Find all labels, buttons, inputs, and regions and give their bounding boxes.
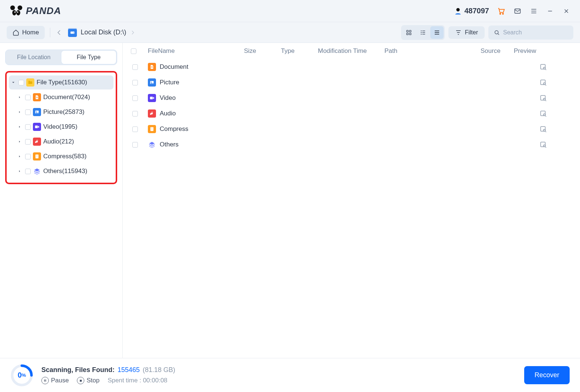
table-row[interactable]: Compress (123, 121, 580, 137)
tab-file-location[interactable]: File Location (6, 51, 61, 64)
aud-icon (33, 138, 41, 146)
svg-point-1 (18, 5, 23, 10)
col-source[interactable]: Source (481, 47, 514, 55)
row-name: Video (160, 94, 176, 102)
checkbox[interactable] (25, 169, 31, 174)
checkbox[interactable] (25, 139, 31, 145)
menu-icon[interactable] (530, 7, 538, 15)
table-row[interactable]: Audio (123, 106, 580, 121)
svg-point-8 (502, 13, 503, 14)
titlebar: PANDA 487097 (0, 0, 580, 22)
pause-button[interactable]: Pause (41, 377, 69, 384)
doc-icon (33, 93, 41, 101)
stop-button[interactable]: Stop (77, 377, 99, 384)
table-row[interactable]: Document (123, 59, 580, 75)
tree-item-aud[interactable]: Audio(212) (16, 135, 113, 149)
svg-point-16 (495, 30, 498, 34)
table-row[interactable]: Video (123, 90, 580, 106)
comp-icon (33, 152, 41, 160)
tree-root[interactable]: File Type(151630) (9, 75, 113, 89)
svg-rect-37 (541, 111, 546, 116)
chevron-down-icon[interactable] (11, 80, 16, 85)
checkbox[interactable] (132, 95, 138, 101)
status-size: (81.18 GB) (143, 366, 175, 374)
table-row[interactable]: Others (123, 137, 580, 152)
tree-item-doc[interactable]: Document(7024) (16, 90, 113, 104)
svg-point-44 (543, 129, 545, 131)
divider (50, 28, 50, 37)
col-type[interactable]: Type (281, 47, 318, 55)
tree-item-pic[interactable]: Picture(25873) (16, 105, 113, 119)
preview-icon[interactable] (540, 141, 547, 148)
close-icon[interactable] (562, 7, 570, 15)
checkbox[interactable] (132, 80, 138, 85)
chevron-right-icon[interactable] (18, 125, 23, 129)
col-mtime[interactable]: Modification Time (318, 47, 384, 55)
status-count: 155465 (118, 366, 140, 374)
tree-item-label: Video(1995) (43, 123, 77, 131)
tree-item-label: Audio(212) (43, 138, 74, 145)
col-path[interactable]: Path (384, 47, 481, 55)
checkbox[interactable] (132, 142, 138, 148)
chevron-right-icon[interactable] (18, 169, 23, 173)
vid-icon (33, 123, 41, 131)
tree-item-vid[interactable]: Video(1995) (16, 120, 113, 134)
svg-rect-48 (44, 379, 45, 382)
svg-point-46 (543, 145, 545, 147)
preview-icon[interactable] (540, 63, 547, 71)
checkbox[interactable] (132, 64, 138, 70)
svg-rect-35 (541, 95, 546, 100)
checkbox[interactable] (132, 111, 138, 116)
tree-item-comp[interactable]: Compress(583) (16, 149, 113, 163)
minimize-icon[interactable] (546, 7, 554, 15)
view-details-button[interactable] (416, 26, 430, 39)
home-button[interactable]: Home (7, 26, 45, 39)
svg-rect-42 (152, 129, 152, 130)
chevron-right-icon[interactable] (18, 155, 23, 158)
preview-icon[interactable] (540, 79, 547, 86)
tab-file-type[interactable]: File Type (61, 51, 116, 64)
checkbox[interactable] (25, 95, 31, 100)
doc-icon (148, 63, 156, 71)
oth-icon (33, 167, 41, 175)
preview-icon[interactable] (540, 125, 547, 133)
chevron-right-icon[interactable] (18, 95, 23, 99)
spent-time: Spent time : 00:00:08 (108, 377, 167, 384)
checkbox[interactable] (18, 80, 24, 85)
oth-icon (148, 141, 156, 149)
view-grid-button[interactable] (402, 26, 416, 39)
svg-rect-45 (541, 142, 546, 147)
checkbox[interactable] (25, 124, 31, 130)
checkbox-all[interactable] (131, 48, 136, 54)
chevron-right-icon[interactable] (18, 110, 23, 114)
recover-button[interactable]: Recover (524, 366, 570, 384)
chevron-right-icon[interactable] (18, 140, 23, 143)
checkbox[interactable] (25, 154, 31, 159)
filter-button[interactable]: Filter (448, 26, 485, 39)
sidebar-tabs: File Location File Type (5, 50, 117, 65)
view-list-button[interactable] (430, 26, 444, 39)
preview-icon[interactable] (540, 94, 547, 102)
tree-highlighted: File Type(151630) Document(7024)Picture(… (5, 71, 117, 184)
preview-icon[interactable] (540, 110, 547, 117)
mail-icon[interactable] (513, 7, 522, 15)
cart-icon[interactable] (497, 7, 505, 15)
status-bar: 0% Scanning, Files Found: 155465 (81.18 … (0, 358, 580, 392)
breadcrumb[interactable]: Local Disk (D:\) (68, 28, 136, 37)
back-icon[interactable] (55, 29, 63, 36)
user-count[interactable]: 487097 (454, 7, 489, 15)
checkbox[interactable] (132, 126, 138, 132)
progress-ring: 0% (10, 364, 33, 387)
filter-label: Filter (465, 29, 478, 36)
table-row[interactable]: Picture (123, 75, 580, 90)
search-box[interactable] (488, 26, 573, 40)
progress-percent: 0% (10, 364, 33, 387)
col-preview[interactable]: Preview (514, 47, 547, 55)
pic-icon (33, 108, 41, 116)
col-size[interactable]: Size (244, 47, 281, 55)
checkbox[interactable] (25, 109, 31, 115)
tree-item-oth[interactable]: Others(115943) (16, 164, 113, 178)
col-filename[interactable]: FileName (148, 47, 244, 55)
search-input[interactable] (503, 29, 577, 36)
svg-point-3 (16, 10, 20, 15)
